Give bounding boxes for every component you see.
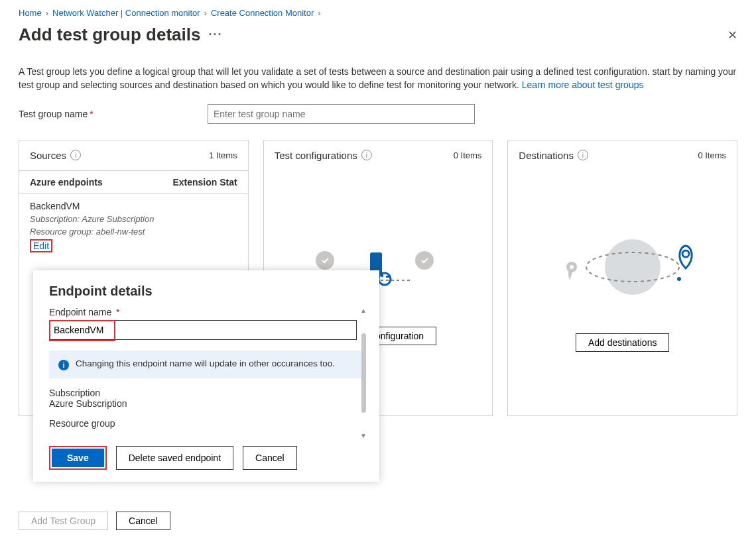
sources-col-extension-status: Extension Stat (172, 177, 237, 188)
svg-point-12 (677, 277, 681, 281)
breadcrumb-create-connection-monitor[interactable]: Create Connection Monitor (211, 8, 314, 18)
source-row: BackendVM Subscription: Azure Subscripti… (19, 194, 248, 258)
test-group-name-label: Test group name* (19, 109, 208, 119)
save-button[interactable]: Save (52, 449, 104, 467)
close-icon[interactable]: ✕ (727, 28, 737, 42)
svg-point-1 (415, 251, 434, 270)
breadcrumb-home[interactable]: Home (19, 8, 42, 18)
page-title-text: Add test group details (19, 25, 200, 45)
destinations-illustration (546, 234, 699, 307)
cancel-button[interactable]: Cancel (116, 512, 170, 530)
info-icon: i (58, 360, 69, 370)
subscription-value: Azure Subscription (49, 398, 366, 409)
test-configurations-count: 0 Items (454, 150, 482, 160)
test-group-name-input[interactable] (208, 104, 475, 124)
info-banner: i Changing this endpoint name will updat… (49, 351, 366, 378)
scrollbar[interactable]: ▲ ▼ (359, 307, 367, 439)
sources-title: Sources (30, 150, 66, 161)
more-icon[interactable]: ··· (208, 28, 222, 42)
breadcrumb: Home › Network Watcher | Connection moni… (19, 8, 737, 18)
endpoint-details-popover: Endpoint details Endpoint name * i Chang… (33, 270, 379, 482)
source-name: BackendVM (30, 201, 237, 211)
endpoint-name-label: Endpoint name * (49, 307, 366, 317)
page-title: Add test group details ··· (19, 25, 222, 45)
svg-point-4 (379, 273, 391, 285)
breadcrumb-network-watcher[interactable]: Network Watcher | Connection monitor (52, 8, 200, 18)
learn-more-link[interactable]: Learn more about test groups (522, 80, 644, 90)
popover-title: Endpoint details (49, 284, 366, 299)
info-icon[interactable]: i (578, 150, 588, 160)
subscription-label: Subscription (49, 388, 366, 398)
chevron-right-icon: › (318, 8, 320, 18)
sources-col-azure-endpoints: Azure endpoints (30, 177, 103, 188)
info-icon[interactable]: i (70, 150, 81, 160)
scroll-down-icon[interactable]: ▼ (360, 432, 367, 439)
chevron-right-icon: › (46, 8, 48, 18)
add-test-group-button[interactable]: Add Test Group (19, 512, 108, 530)
scroll-thumb[interactable] (361, 333, 366, 413)
source-edit-link[interactable]: Edit (33, 241, 49, 251)
chevron-right-icon: › (204, 8, 207, 18)
source-resource-group: Resource group: abell-nw-test (30, 227, 237, 237)
info-banner-text: Changing this endpoint name will update … (76, 358, 335, 368)
destinations-panel: Destinations i 0 Items Add destinations (507, 140, 737, 416)
test-configurations-title: Test configurations (275, 150, 357, 161)
scroll-up-icon[interactable]: ▲ (360, 307, 367, 314)
destinations-title: Destinations (519, 150, 574, 161)
source-subscription: Subscription: Azure Subscription (30, 214, 237, 224)
page-description: A Test group lets you define a logical g… (19, 65, 737, 92)
add-destinations-button[interactable]: Add destinations (576, 333, 670, 352)
info-icon[interactable]: i (361, 150, 372, 160)
svg-point-10 (570, 265, 574, 269)
delete-saved-endpoint-button[interactable]: Delete saved endpoint (116, 446, 233, 470)
resource-group-label: Resource group (49, 418, 366, 429)
destinations-count: 0 Items (698, 150, 726, 160)
popover-cancel-button[interactable]: Cancel (243, 446, 297, 470)
svg-point-7 (605, 239, 661, 295)
endpoint-name-input[interactable] (49, 320, 357, 340)
svg-rect-5 (381, 272, 383, 277)
svg-point-0 (316, 251, 334, 270)
svg-rect-6 (386, 276, 391, 278)
sources-count: 1 Items (209, 150, 237, 160)
